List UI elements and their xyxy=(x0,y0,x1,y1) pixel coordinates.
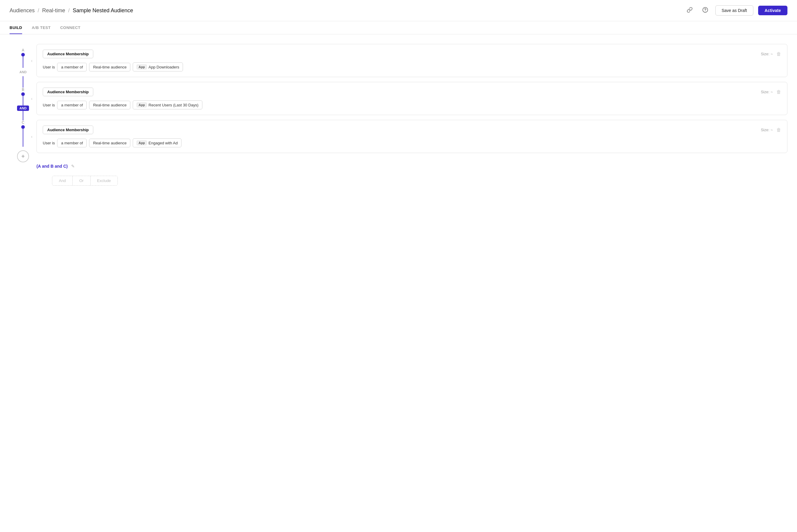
breadcrumb-current: Sample Nested Audience xyxy=(73,7,133,14)
audience-name-pill-c[interactable]: App Engaged with Ad xyxy=(133,138,182,147)
line-and-b xyxy=(23,76,23,88)
member-of-pill-c[interactable]: a member of xyxy=(57,139,87,147)
audience-name-pill-b[interactable]: App Recent Users (Last 30 Days) xyxy=(133,100,202,109)
add-and-option[interactable]: And xyxy=(52,176,73,185)
page-header: Audiences / Real-time / Sample Nested Au… xyxy=(0,0,797,21)
audience-type-pill-b[interactable]: Real-time audience xyxy=(89,101,130,109)
node-c-label: C xyxy=(22,120,24,125)
size-label-a: Size: ~ xyxy=(761,52,773,56)
line-a-and xyxy=(23,56,23,68)
breadcrumb: Audiences / Real-time / Sample Nested Au… xyxy=(10,7,133,14)
and-label-ab: AND xyxy=(19,68,26,76)
tab-ab-test[interactable]: A/B TEST xyxy=(32,21,51,34)
node-a-label: A xyxy=(22,48,24,52)
logic-text: (A and B and C) xyxy=(36,164,68,169)
user-is-b: User is xyxy=(43,103,55,107)
timeline-node-b: B AND xyxy=(10,88,36,120)
tab-connect[interactable]: CONNECT xyxy=(60,21,80,34)
size-label-b: Size: ~ xyxy=(761,90,773,94)
help-icon-button[interactable] xyxy=(700,6,710,16)
activate-button[interactable]: Activate xyxy=(758,6,787,15)
condition-row-a: User is a member of Real-time audience A… xyxy=(43,62,781,72)
logic-expression: (A and B and C) ✎ xyxy=(36,164,787,169)
and-badge: AND xyxy=(17,106,29,111)
builder-layout: A AND B AND C xyxy=(10,44,787,186)
tab-build[interactable]: BUILD xyxy=(10,21,22,34)
condition-block-c: Audience Membership Size: ~ 🗑 User is a … xyxy=(36,120,787,153)
block-b-wrapper: ‹ Audience Membership Size: ~ 🗑 User is … xyxy=(36,82,787,115)
breadcrumb-audiences[interactable]: Audiences xyxy=(10,7,35,14)
app-badge-b: App xyxy=(137,102,147,107)
condition-block-b: Audience Membership Size: ~ 🗑 User is a … xyxy=(36,82,787,115)
line-c-bottom xyxy=(23,129,23,147)
condition-title-c: Audience Membership xyxy=(43,126,93,134)
add-or-option[interactable]: Or xyxy=(73,176,90,185)
timeline-node-a: A AND xyxy=(10,48,36,88)
member-of-pill-a[interactable]: a member of xyxy=(57,63,87,72)
edit-logic-icon[interactable]: ✎ xyxy=(71,164,75,169)
save-draft-button[interactable]: Save as Draft xyxy=(715,5,753,16)
line-badge-c xyxy=(23,111,23,120)
collapse-arrow-b[interactable]: ‹ xyxy=(31,96,33,101)
add-options-bar: And Or Exclude xyxy=(52,176,118,186)
add-button-container: + xyxy=(17,150,29,162)
node-a-dot xyxy=(21,53,25,56)
audience-type-pill-c[interactable]: Real-time audience xyxy=(89,139,130,147)
delete-block-a[interactable]: 🗑 xyxy=(776,52,781,57)
conditions-column: ‹ Audience Membership Size: ~ 🗑 User is … xyxy=(36,44,787,186)
line-b-badge xyxy=(23,96,23,106)
condition-size-b: Size: ~ 🗑 xyxy=(761,89,781,95)
timeline-node-c: C xyxy=(10,120,36,147)
breadcrumb-realtime[interactable]: Real-time xyxy=(42,7,65,14)
audience-name-pill-a[interactable]: App App Downloaders xyxy=(133,62,183,72)
audience-name-a: App Downloaders xyxy=(149,65,179,69)
member-of-pill-b[interactable]: a member of xyxy=(57,101,87,109)
user-is-a: User is xyxy=(43,65,55,69)
main-content: A AND B AND C xyxy=(0,34,797,195)
condition-title-b: Audience Membership xyxy=(43,88,93,96)
delete-block-b[interactable]: 🗑 xyxy=(776,89,781,95)
node-b-label: B xyxy=(22,88,24,92)
condition-size-c: Size: ~ 🗑 xyxy=(761,127,781,133)
condition-block-a: Audience Membership Size: ~ 🗑 User is a … xyxy=(36,44,787,77)
header-actions: Save as Draft Activate xyxy=(684,5,787,16)
node-b-dot xyxy=(21,92,25,96)
condition-title-a: Audience Membership xyxy=(43,50,93,58)
condition-size-a: Size: ~ 🗑 xyxy=(761,52,781,57)
link-icon-button[interactable] xyxy=(684,6,695,16)
condition-header-a: Audience Membership Size: ~ 🗑 xyxy=(43,50,781,58)
add-condition-button[interactable]: + xyxy=(17,150,29,162)
audience-name-c: Engaged with Ad xyxy=(149,141,178,145)
audience-type-pill-a[interactable]: Real-time audience xyxy=(89,63,130,72)
add-exclude-option[interactable]: Exclude xyxy=(91,176,117,185)
size-label-c: Size: ~ xyxy=(761,128,773,132)
block-c-wrapper: ‹ Audience Membership Size: ~ 🗑 User is … xyxy=(36,120,787,153)
audience-name-b: Recent Users (Last 30 Days) xyxy=(149,103,198,107)
condition-row-c: User is a member of Real-time audience A… xyxy=(43,138,781,147)
delete-block-c[interactable]: 🗑 xyxy=(776,127,781,133)
tab-bar: BUILD A/B TEST CONNECT xyxy=(0,21,797,34)
app-badge-c: App xyxy=(137,140,147,145)
help-icon xyxy=(702,7,708,13)
timeline: A AND B AND C xyxy=(10,44,36,186)
condition-row-b: User is a member of Real-time audience A… xyxy=(43,100,781,109)
condition-header-c: Audience Membership Size: ~ 🗑 xyxy=(43,126,781,134)
node-c-dot xyxy=(21,125,25,129)
add-options-section: And Or Exclude xyxy=(36,176,787,186)
app-badge-a: App xyxy=(137,64,147,69)
breadcrumb-sep-2: / xyxy=(68,7,70,14)
collapse-arrow-c[interactable]: ‹ xyxy=(31,134,33,139)
block-a-wrapper: ‹ Audience Membership Size: ~ 🗑 User is … xyxy=(36,44,787,77)
link-icon xyxy=(687,7,692,13)
breadcrumb-sep-1: / xyxy=(38,7,39,14)
collapse-arrow-a[interactable]: ‹ xyxy=(31,58,33,63)
condition-header-b: Audience Membership Size: ~ 🗑 xyxy=(43,88,781,96)
user-is-c: User is xyxy=(43,141,55,145)
